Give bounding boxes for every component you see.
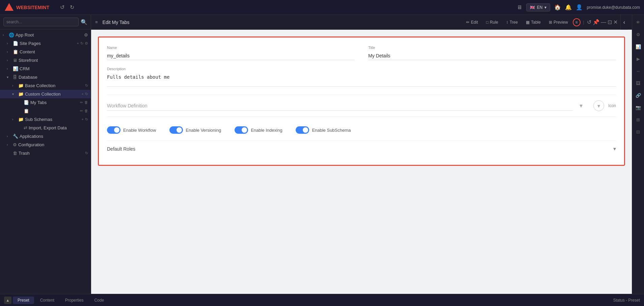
bottom-tab-content[interactable]: Content xyxy=(35,297,59,304)
table-action-btn[interactable]: ▦ Table xyxy=(522,19,544,26)
default-roles-row[interactable]: Default Roles ▾ xyxy=(107,141,616,157)
enable-versioning-toggle[interactable] xyxy=(169,126,183,134)
refresh-icon[interactable]: ↻ xyxy=(85,83,88,88)
preview-action-btn[interactable]: ⊞ Preview xyxy=(545,19,571,26)
monitor-icon-btn[interactable]: 🖥 xyxy=(517,4,522,10)
sidebar-item-label: CRM xyxy=(20,66,88,71)
gear-icon[interactable]: ⚙ xyxy=(84,32,88,37)
doc-icon: 📋 xyxy=(24,108,29,113)
search-icon-btn[interactable]: 🔍 xyxy=(81,19,87,25)
enable-indexing-toggle[interactable] xyxy=(235,126,248,134)
bell-icon-btn[interactable]: 🔔 xyxy=(565,4,572,10)
grid-icon-btn[interactable]: ⊞ xyxy=(634,115,643,124)
sidebar-item-crm[interactable]: › 📊 CRM xyxy=(0,65,91,73)
close-btn[interactable]: ✕ xyxy=(613,19,618,25)
add-icon[interactable]: + xyxy=(77,41,79,46)
add-icon[interactable]: + xyxy=(82,92,84,96)
sidebar-item-import-export[interactable]: ⇄ Import, Export Data xyxy=(0,124,91,132)
edit-action-btn[interactable]: ✏ Edit xyxy=(463,19,481,26)
home-icon-btn[interactable]: 🏠 xyxy=(554,4,561,10)
rule-action-btn[interactable]: □ Rule xyxy=(483,19,502,26)
sidebar-item-storefront[interactable]: › 🖥 Storefront xyxy=(0,56,91,65)
sidebar: 🔍 › 🌐 App Root ⚙ › 📄 Site Pages + ↻ ⚙ xyxy=(0,15,91,294)
history-btn[interactable]: ↺ xyxy=(587,19,591,25)
svg-marker-0 xyxy=(5,3,14,11)
bottom-tab-code[interactable]: Code xyxy=(89,297,109,304)
sidebar-item-content[interactable]: › 📋 Content xyxy=(0,48,91,56)
sidebar-item-unnamed[interactable]: 📋 ✏ 🗑 xyxy=(0,107,91,115)
edit-icon[interactable]: ✏ xyxy=(80,109,83,113)
tree-highlighted-btn[interactable]: ≡ xyxy=(573,18,581,26)
settings-icon[interactable]: ⚙ xyxy=(85,41,88,46)
enable-subschema-toggle[interactable] xyxy=(296,126,309,134)
chart-icon-btn[interactable]: 📊 xyxy=(634,42,643,51)
enable-indexing-label: Enable Indexing xyxy=(251,128,282,133)
description-input[interactable]: Fulls details about me xyxy=(107,73,616,87)
workflow-select[interactable]: Workflow Definition xyxy=(107,101,573,111)
chevron-icon: › xyxy=(12,118,17,121)
user-icon-btn[interactable]: 👤 xyxy=(576,4,583,10)
edit-icon[interactable]: ✏ xyxy=(80,100,83,105)
tree-icon: ⫶ xyxy=(506,20,508,25)
camera-icon-btn[interactable]: 📷 xyxy=(634,103,643,112)
sidebar-item-site-pages[interactable]: › 📄 Site Pages + ↻ ⚙ xyxy=(0,39,91,48)
redo-button[interactable]: ↻ xyxy=(70,4,74,10)
bottom-toggle-btn[interactable]: ▲ xyxy=(4,297,11,304)
divider2 xyxy=(107,117,616,117)
sidebar-item-base-collection[interactable]: › 📁 Base Collection ↻ xyxy=(0,81,91,90)
refresh-icon[interactable]: ↻ xyxy=(85,151,88,155)
sidebar-item-configuration[interactable]: › ⚙ Configuration xyxy=(0,141,91,149)
delete-icon[interactable]: 🗑 xyxy=(84,100,88,105)
editor-title: Edit My Tabs xyxy=(103,20,460,25)
title-input[interactable] xyxy=(368,52,616,60)
pin-btn[interactable]: 📌 xyxy=(593,19,599,25)
sidebar-item-custom-collection[interactable]: ▾ 📁 Custom Collection + ↻ xyxy=(0,90,91,98)
name-label: Name xyxy=(107,46,355,50)
form-card: Name Title Description Fulls details abo… xyxy=(98,36,625,166)
sidebar-item-my-tabs[interactable]: 📑 My Tabs ✏ 🗑 xyxy=(0,98,91,107)
sidebar-tree: › 🌐 App Root ⚙ › 📄 Site Pages + ↻ ⚙ › 📋 xyxy=(0,29,91,294)
sidebar-item-label: Database xyxy=(19,75,88,80)
sidebar-item-applications[interactable]: › 🔧 Applications xyxy=(0,132,91,141)
image-icon-btn[interactable]: 🖼 xyxy=(634,78,643,88)
folder-icon: 📁 xyxy=(18,83,24,88)
undo-button[interactable]: ↺ xyxy=(60,4,64,10)
name-input[interactable] xyxy=(107,52,355,60)
item-actions: ↻ xyxy=(85,83,88,88)
delete-icon[interactable]: 🗑 xyxy=(84,109,88,113)
tree-action-btn[interactable]: ⫶ Tree xyxy=(503,19,521,26)
language-selector[interactable]: 🇬🇧 EN ▾ xyxy=(526,3,551,11)
bottom-tab-preset[interactable]: Preset xyxy=(13,297,34,304)
refresh-icon[interactable]: ↻ xyxy=(85,92,88,96)
sidebar-item-trash[interactable]: 🗑 Trash ↻ xyxy=(0,149,91,157)
enable-workflow-label: Enable Workflow xyxy=(123,128,156,133)
toggle-slider xyxy=(235,126,248,134)
add-icon[interactable]: + xyxy=(82,117,84,122)
workflow-row: Workflow Definition ▾ ▾ Icon xyxy=(107,100,616,111)
bottom-bar: ▲ Preset Content Properties Code Status … xyxy=(0,294,644,306)
chevron-icon: › xyxy=(7,42,11,45)
arrows-icon-btn[interactable]: ↔ xyxy=(634,66,643,76)
minus-grid-icon-btn[interactable]: ⊟ xyxy=(634,127,643,136)
editor-actions: ✏ Edit □ Rule ⫶ Tree ▦ Table ⊞ Preview xyxy=(463,18,618,26)
collapse-sidebar-btn[interactable]: ‹ xyxy=(620,15,628,30)
enable-workflow-toggle-item: Enable Workflow xyxy=(107,126,156,134)
gear2-icon-btn[interactable]: ⚙ xyxy=(634,30,643,39)
item-actions: ↻ xyxy=(85,151,88,155)
refresh-icon[interactable]: ↻ xyxy=(85,117,88,122)
maximize-btn[interactable]: ⊡ xyxy=(608,19,612,25)
sidebar-item-database[interactable]: ▾ 🗄 Database xyxy=(0,73,91,81)
sliders-icon: ≡ xyxy=(575,20,578,25)
link-icon-btn[interactable]: 🔗 xyxy=(634,91,643,100)
sidebar-item-app-root[interactable]: › 🌐 App Root ⚙ xyxy=(0,31,91,39)
enable-workflow-toggle[interactable] xyxy=(107,126,120,134)
play-icon-btn[interactable]: ▶ xyxy=(634,54,643,63)
refresh-icon[interactable]: ↻ xyxy=(80,41,83,46)
minimize-btn[interactable]: — xyxy=(601,19,606,25)
bottom-tab-properties[interactable]: Properties xyxy=(60,297,88,304)
search-input[interactable] xyxy=(3,18,79,26)
item-actions: + ↻ ⚙ xyxy=(77,41,88,46)
title-label: Title xyxy=(368,46,616,50)
eye-icon-btn[interactable]: 👁 xyxy=(634,18,643,27)
sidebar-item-sub-schemas[interactable]: › 📁 Sub Schemas + ↻ xyxy=(0,115,91,124)
